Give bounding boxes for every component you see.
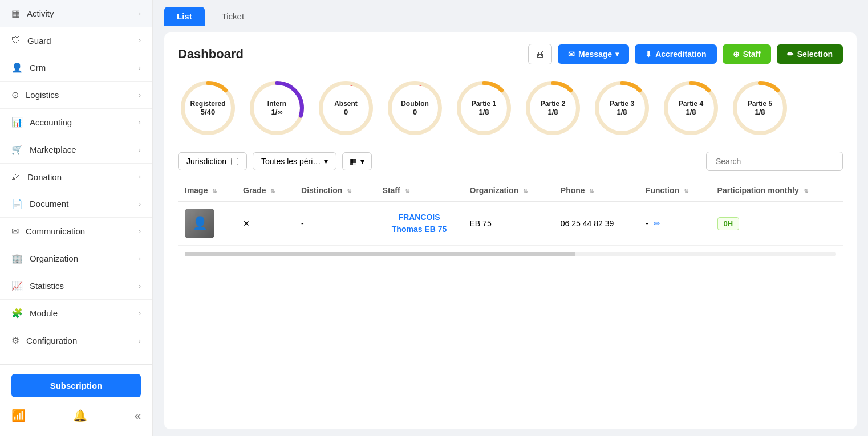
guard-icon: 🛡: [11, 35, 21, 46]
sidebar-item-logistics[interactable]: ⊙ Logistics ›: [0, 82, 152, 109]
circle-partie3: Partie 3 1/8: [592, 78, 652, 138]
col-grade[interactable]: Grade ⇅: [236, 180, 294, 201]
search-input[interactable]: [706, 152, 843, 171]
sidebar-item-organization[interactable]: 🏢 Organization ›: [0, 245, 152, 272]
signal-icon[interactable]: 📶: [11, 409, 26, 422]
staff-avatar: 👤: [185, 209, 214, 238]
cell-function: - ✏: [639, 201, 711, 246]
sort-icon: ⇅: [589, 188, 594, 194]
svg-point-4: [321, 83, 371, 133]
selection-button[interactable]: ✏ Selection: [777, 44, 843, 64]
chevron-icon: ›: [139, 36, 141, 44]
sidebar-item-left: ✉ Communication: [11, 226, 85, 237]
sidebar-item-left: 🏢 Organization: [11, 253, 78, 264]
chevron-icon: ›: [139, 255, 141, 263]
sidebar-item-left: 👤 Crm: [11, 62, 46, 73]
dashboard-card: Dashboard 🖨 ✉ Message ▾ ⬇ Accreditation …: [164, 32, 857, 429]
sidebar-item-statistics[interactable]: 📈 Statistics ›: [0, 272, 152, 300]
participation-badge: 0H: [717, 217, 740, 230]
sidebar-item-crm[interactable]: 👤 Crm ›: [0, 54, 152, 82]
stat-partie5: Partie 5 1/8: [730, 78, 790, 138]
table-view-icon: ▦: [350, 157, 357, 166]
period-label: Toutes les péri…: [261, 157, 321, 166]
sidebar-item-left: 🧩 Module: [11, 308, 58, 319]
bell-icon[interactable]: 🔔: [73, 409, 87, 422]
stat-doublon: Doublon 0: [385, 78, 445, 138]
message-button[interactable]: ✉ Message ▾: [558, 44, 629, 64]
sidebar-label-accounting: Accounting: [30, 117, 72, 127]
cell-grade: ✕: [236, 201, 294, 246]
period-chevron: ▾: [324, 157, 328, 166]
sidebar-label-configuration: Configuration: [26, 336, 77, 345]
sidebar-label-statistics: Statistics: [30, 281, 64, 291]
sidebar-item-marketplace[interactable]: 🛒 Marketplace ›: [0, 136, 152, 164]
document-icon: 📄: [11, 198, 23, 209]
chevron-icon: ›: [139, 64, 141, 72]
sidebar-label-organization: Organization: [30, 254, 78, 263]
sidebar-item-configuration[interactable]: ⚙ Configuration ›: [0, 327, 152, 354]
sidebar-label-communication: Communication: [26, 226, 85, 236]
tab-list[interactable]: List: [164, 7, 205, 26]
sidebar-item-left: ⊙ Logistics: [11, 89, 59, 100]
sidebar-item-guard[interactable]: 🛡 Guard ›: [0, 27, 152, 54]
horizontal-scrollbar[interactable]: [178, 246, 843, 262]
sidebar-item-donation[interactable]: 🖊 Donation ›: [0, 164, 152, 190]
circle-doublon: Doublon 0: [385, 78, 445, 138]
sort-icon: ⇅: [270, 188, 275, 194]
col-organization[interactable]: Organization ⇅: [463, 180, 554, 201]
sort-icon: ⇅: [523, 188, 528, 194]
sidebar-item-left: 🛡 Guard: [11, 35, 51, 46]
sidebar-label-marketplace: Marketplace: [30, 145, 76, 154]
sidebar-item-left: 📈 Statistics: [11, 280, 64, 291]
accounting-icon: 📊: [11, 117, 23, 128]
message-caret: ▾: [615, 50, 619, 58]
sidebar-item-communication[interactable]: ✉ Communication ›: [0, 218, 152, 245]
stat-intern: Intern 1/∞: [247, 78, 307, 138]
chevron-icon: ›: [139, 91, 141, 99]
tab-ticket[interactable]: Ticket: [209, 7, 257, 26]
col-function[interactable]: Function ⇅: [639, 180, 711, 201]
accreditation-label: Accreditation: [655, 50, 706, 59]
sidebar-item-document[interactable]: 📄 Document ›: [0, 190, 152, 218]
tabs-bar: ListTicket: [153, 0, 868, 26]
accreditation-button[interactable]: ⬇ Accreditation: [635, 44, 716, 64]
col-distinction[interactable]: Distinction ⇅: [294, 180, 376, 201]
message-icon: ✉: [568, 50, 575, 59]
sidebar-item-module[interactable]: 🧩 Module ›: [0, 300, 152, 327]
view-filter[interactable]: ▦ ▾: [342, 152, 372, 170]
activity-icon: ▦: [11, 8, 20, 19]
jurisdiction-filter[interactable]: Jurisdiction: [178, 152, 247, 170]
cell-participation: 0H: [711, 201, 843, 246]
col-image[interactable]: Image ⇅: [178, 180, 236, 201]
jurisdiction-checkbox[interactable]: [231, 158, 238, 165]
sidebar-item-activity[interactable]: ▦ Activity ›: [0, 0, 152, 27]
svg-point-6: [390, 83, 440, 133]
chevron-icon: ›: [139, 146, 141, 154]
circle-intern: Intern 1/∞: [247, 78, 307, 138]
cell-image: 👤: [178, 201, 236, 246]
main-content: ListTicket Dashboard 🖨 ✉ Message ▾ ⬇ Acc…: [153, 0, 868, 436]
edit-icon[interactable]: ✏: [654, 219, 660, 228]
staff-button[interactable]: ⊕ Staff: [723, 44, 771, 64]
staff-link[interactable]: FRANCOISThomas EB 75: [383, 211, 456, 235]
crm-icon: 👤: [11, 62, 23, 73]
circle-registered: Registered 5/40: [178, 78, 238, 138]
collapse-icon[interactable]: «: [135, 409, 141, 422]
period-filter[interactable]: Toutes les péri… ▾: [253, 152, 336, 170]
col-phone[interactable]: Phone ⇅: [554, 180, 639, 201]
subscription-button[interactable]: Subscription: [11, 374, 141, 397]
sidebar-item-accounting[interactable]: 📊 Accounting ›: [0, 109, 152, 136]
header-actions: 🖨 ✉ Message ▾ ⬇ Accreditation ⊕ Staff ✏ …: [528, 44, 843, 64]
sort-icon: ⇅: [804, 188, 808, 194]
sort-icon: ⇅: [405, 188, 409, 194]
cell-organization: EB 75: [463, 201, 554, 246]
staff-table: Image ⇅Grade ⇅Distinction ⇅Staff ⇅Organi…: [178, 180, 843, 246]
footer-icons-row: 📶 🔔 «: [11, 404, 141, 427]
col-staff[interactable]: Staff ⇅: [376, 180, 463, 201]
circle-partie5: Partie 5 1/8: [730, 78, 790, 138]
col-participation-monthly[interactable]: Participation monthly ⇅: [711, 180, 843, 201]
selection-label: Selection: [797, 50, 833, 59]
sidebar-item-left: 🖊 Donation: [11, 172, 62, 182]
selection-pencil-icon: ✏: [787, 50, 794, 59]
print-button[interactable]: 🖨: [528, 44, 552, 64]
